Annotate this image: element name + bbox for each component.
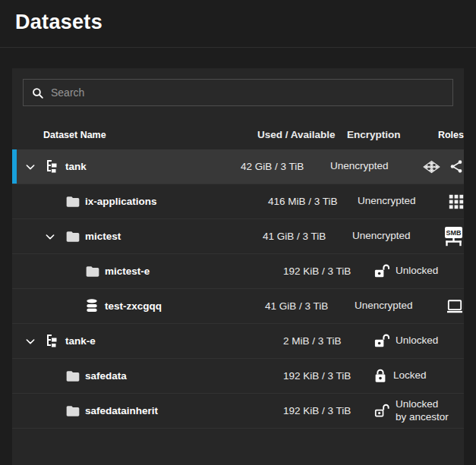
roles-cell: [449, 194, 464, 209]
dataset-name: tank-e: [65, 335, 96, 347]
dataset-name: mictest-e: [105, 265, 150, 277]
table-row[interactable]: tank42 GiB / 3 TiBUnencrypted: [12, 149, 464, 184]
encryption-status: Unlocked: [396, 335, 438, 347]
table-row[interactable]: ix-applications416 MiB / 3 TiBUnencrypte…: [12, 184, 464, 219]
unlocked-icon[interactable]: [373, 263, 390, 279]
datasets-panel: Dataset Name Used / Available Encryption…: [12, 68, 464, 465]
dataset-name: tank: [65, 161, 87, 172]
dataset-name: mictest: [85, 231, 121, 242]
table-row[interactable]: safedatainherit192 KiB / 3 TiBUnlocked b…: [12, 394, 464, 429]
folder-icon: [65, 404, 85, 419]
used-available-value: 192 KiB / 3 TiB: [283, 405, 373, 416]
encryption-status: Unlocked: [396, 265, 438, 278]
column-header-encryption: Encryption: [347, 129, 438, 140]
folder-icon: [65, 229, 85, 244]
column-header-used-available: Used / Available: [257, 129, 347, 140]
search-icon: [31, 86, 44, 99]
used-available-value: 416 MiB / 3 TiB: [268, 196, 358, 207]
used-available-value: 192 KiB / 3 TiB: [283, 265, 373, 277]
monitor-icon[interactable]: [446, 299, 464, 314]
used-available-value: 41 GiB / 3 TiB: [265, 300, 355, 312]
smb-icon[interactable]: SMB: [443, 225, 464, 248]
encryption-status: Unencrypted: [330, 160, 385, 173]
search-input[interactable]: [51, 86, 445, 99]
dataset-name-cell: test-zxcgqq: [12, 298, 265, 314]
roles-cell: [446, 299, 464, 314]
locked-icon[interactable]: [373, 368, 388, 384]
folder-icon: [65, 194, 85, 209]
dataset-name: safedata: [85, 370, 127, 382]
chevron-down-icon[interactable]: [44, 231, 65, 243]
dataset-name: test-zxcgqq: [105, 300, 162, 312]
dataset-name: safedatainherit: [85, 405, 158, 416]
table-row[interactable]: mictest-e192 KiB / 3 TiBUnlocked: [12, 254, 464, 289]
table-body: tank42 GiB / 3 TiBUnencryptedix-applicat…: [12, 149, 464, 429]
column-header-dataset-name: Dataset Name: [12, 130, 257, 140]
table-row[interactable]: safedata192 KiB / 3 TiBLocked: [12, 359, 464, 394]
dataset-name-cell: mictest: [12, 229, 263, 244]
used-available-value: 192 KiB / 3 TiB: [283, 370, 373, 382]
dataset-name-cell: safedatainherit: [12, 404, 283, 419]
encryption-cell: Unlocked: [373, 263, 464, 279]
dataset-name-cell: mictest-e: [12, 264, 283, 279]
encryption-status: Locked: [393, 369, 427, 382]
used-available-value: 41 GiB / 3 TiB: [263, 231, 352, 242]
header-divider: [0, 47, 476, 48]
encryption-cell: Unencrypted: [355, 300, 446, 313]
dataset-name-cell: ix-applications: [12, 194, 268, 209]
encryption-cell: Unlocked: [373, 333, 464, 349]
page-header: Datasets: [0, 0, 476, 34]
folder-icon: [65, 369, 85, 384]
chevron-down-icon[interactable]: [24, 335, 46, 347]
roles-cell: SMB: [443, 225, 464, 248]
encryption-cell: Locked: [373, 368, 464, 384]
folder-icon: [85, 264, 105, 279]
grid-icon[interactable]: [449, 194, 464, 209]
chevron-down-icon[interactable]: [24, 161, 46, 173]
datasets-table: Dataset Name Used / Available Encryption…: [12, 120, 464, 429]
encryption-cell: Unencrypted: [352, 230, 443, 243]
dataset-root-icon: [46, 159, 65, 174]
database-icon: [85, 298, 105, 314]
column-header-roles: Roles: [438, 130, 464, 140]
encryption-status: Unencrypted: [352, 230, 407, 243]
apps-icon[interactable]: [421, 158, 442, 176]
table-header-row: Dataset Name Used / Available Encryption…: [12, 120, 464, 149]
encryption-status: Unencrypted: [355, 300, 409, 313]
encryption-cell: Unencrypted: [358, 195, 449, 208]
dataset-name-cell: tank-e: [12, 334, 283, 348]
svg-text:SMB: SMB: [446, 229, 462, 237]
used-available-value: 2 MiB / 3 TiB: [283, 335, 373, 347]
encryption-cell: Unlocked by ancestor: [373, 398, 464, 424]
encryption-cell: Unencrypted: [330, 160, 421, 173]
table-row[interactable]: test-zxcgqq41 GiB / 3 TiBUnencrypted: [12, 289, 464, 324]
dataset-root-icon: [46, 334, 65, 348]
used-available-value: 42 GiB / 3 TiB: [241, 161, 330, 172]
datasets-page: Datasets Dataset Name Used / Available E…: [0, 0, 476, 465]
unlocked-icon[interactable]: [373, 333, 390, 349]
table-row[interactable]: tank-e2 MiB / 3 TiBUnlocked: [12, 324, 464, 359]
encryption-status: Unlocked by ancestor: [396, 398, 450, 424]
dataset-name: ix-applications: [85, 196, 157, 207]
encryption-status: Unencrypted: [358, 195, 412, 208]
dataset-name-cell: safedata: [12, 369, 283, 384]
dataset-name-cell: tank: [12, 159, 241, 174]
roles-cell: [421, 158, 464, 176]
page-title: Datasets: [15, 11, 476, 34]
table-row[interactable]: mictest41 GiB / 3 TiBUnencryptedSMB: [12, 219, 464, 254]
share-icon[interactable]: [449, 159, 464, 174]
unlocked-ancestor-icon[interactable]: [373, 403, 390, 419]
selected-row-indicator: [12, 149, 17, 184]
search-box[interactable]: [23, 79, 453, 106]
